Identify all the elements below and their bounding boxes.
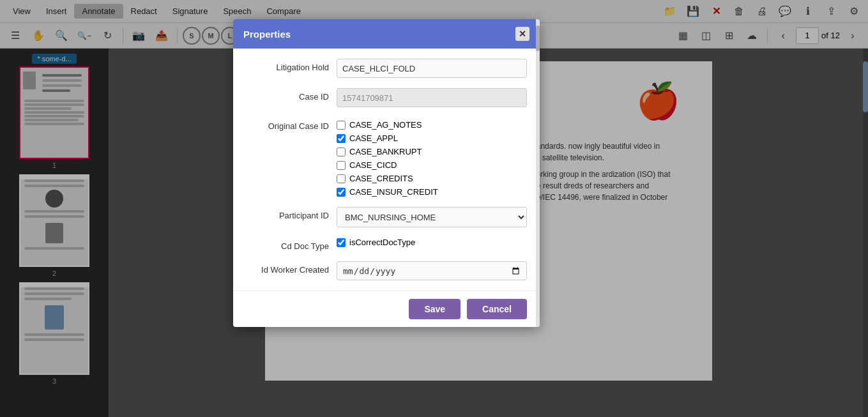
- modal-overlay: Properties ✕ Litigation Hold Case ID Ori…: [0, 0, 868, 417]
- cd-doc-type-checkbox[interactable]: isCorrectDocType: [337, 238, 415, 247]
- modal-header: Properties ✕: [233, 19, 540, 49]
- cancel-button[interactable]: Cancel: [467, 299, 527, 319]
- cd-doc-type-row: Cd Doc Type isCorrectDocType: [246, 238, 527, 251]
- checkbox-case-appl-input[interactable]: [337, 134, 346, 143]
- participant-id-select[interactable]: BMC_NURSING_HOME: [337, 207, 527, 227]
- modal-footer: Save Cancel: [233, 291, 540, 327]
- case-id-row: Case ID: [246, 88, 527, 107]
- modal-scrollbar-thumb: [536, 26, 540, 51]
- participant-id-label: Participant ID: [246, 207, 329, 220]
- case-id-input: [337, 88, 527, 107]
- checkbox-case-insur-credit[interactable]: CASE_INSUR_CREDIT: [337, 187, 438, 197]
- id-worker-created-label: Id Worker Created: [246, 261, 329, 275]
- properties-modal: Properties ✕ Litigation Hold Case ID Ori…: [233, 19, 540, 327]
- cd-doc-type-checkbox-input[interactable]: [337, 238, 346, 247]
- original-case-id-label: Original Case ID: [246, 118, 329, 131]
- id-worker-created-input[interactable]: [337, 261, 527, 280]
- modal-title: Properties: [243, 29, 291, 40]
- cd-doc-type-checkbox-label: isCorrectDocType: [349, 238, 415, 247]
- checkbox-case-bankrupt-input[interactable]: [337, 148, 346, 156]
- checkbox-case-cicd-input[interactable]: [337, 161, 346, 170]
- litigation-hold-row: Litigation Hold: [246, 59, 527, 78]
- save-button[interactable]: Save: [409, 299, 461, 319]
- participant-id-row: Participant ID BMC_NURSING_HOME: [246, 207, 527, 227]
- id-worker-created-row: Id Worker Created: [246, 261, 527, 280]
- checkbox-case-cicd[interactable]: CASE_CICD: [337, 160, 438, 170]
- case-id-label: Case ID: [246, 88, 329, 102]
- cd-doc-type-label: Cd Doc Type: [246, 238, 329, 251]
- litigation-hold-input[interactable]: [337, 59, 527, 78]
- checkbox-case-credits[interactable]: CASE_CREDITS: [337, 174, 438, 183]
- checkbox-case-insur-credit-input[interactable]: [337, 188, 346, 197]
- litigation-hold-label: Litigation Hold: [246, 59, 329, 72]
- checkbox-case-bankrupt[interactable]: CASE_BANKRUPT: [337, 147, 438, 156]
- checkbox-case-appl[interactable]: CASE_APPL: [337, 133, 438, 143]
- checkbox-case-credits-input[interactable]: [337, 174, 346, 183]
- modal-close-button[interactable]: ✕: [515, 27, 529, 41]
- modal-body: Litigation Hold Case ID Original Case ID…: [233, 49, 540, 291]
- original-case-id-checkboxes: CASE_AG_NOTES CASE_APPL CASE_BANKRUPT CA…: [337, 118, 438, 197]
- checkbox-case-ag-notes-input[interactable]: [337, 121, 346, 130]
- modal-scrollbar[interactable]: [536, 19, 540, 327]
- checkbox-case-ag-notes[interactable]: CASE_AG_NOTES: [337, 120, 438, 130]
- original-case-id-row: Original Case ID CASE_AG_NOTES CASE_APPL…: [246, 118, 527, 197]
